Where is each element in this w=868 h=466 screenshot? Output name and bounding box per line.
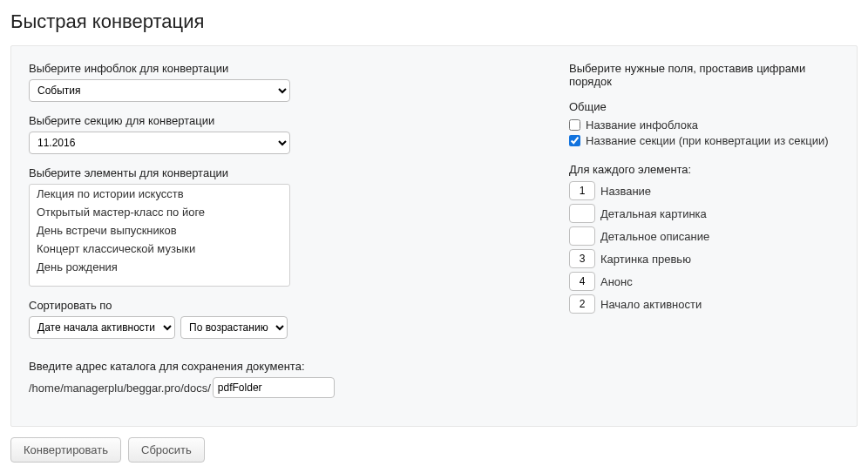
- sort-label: Сортировать по: [29, 299, 360, 312]
- order-input-detail-desc[interactable]: [569, 226, 595, 246]
- path-label: Введите адрес каталога для сохранения до…: [29, 360, 360, 373]
- section-select[interactable]: 11.2016: [29, 132, 290, 154]
- checkbox-label: Название инфоблока: [586, 118, 698, 132]
- field-label: Анонс: [600, 275, 633, 288]
- checkbox-infoblock-name[interactable]: [569, 119, 580, 131]
- order-input-announce[interactable]: [569, 272, 595, 291]
- order-input-preview-image[interactable]: [569, 249, 595, 268]
- path-prefix: /home/managerplu/beggar.pro/docs/: [29, 382, 211, 395]
- per-element-heading: Для каждого элемента:: [569, 163, 839, 176]
- list-item[interactable]: Открытый мастер-класс по йоге: [30, 203, 289, 221]
- convert-button[interactable]: Конвертировать: [10, 437, 121, 463]
- fields-heading: Выберите нужные поля, проставив цифрами …: [569, 62, 839, 88]
- list-item[interactable]: Лекция по истории искусств: [30, 185, 289, 203]
- list-item[interactable]: День рождения: [30, 258, 289, 276]
- elements-label: Выберите элементы для конвертации: [29, 166, 360, 179]
- field-label: Детальная картинка: [600, 207, 707, 220]
- infoblock-label: Выберите инфоблок для конвертации: [29, 62, 360, 75]
- section-label: Выберите секцию для конвертации: [29, 114, 360, 127]
- checkbox-label: Название секции (при конвертации из секц…: [586, 134, 829, 147]
- left-column: Выберите инфоблок для конвертации Событи…: [29, 62, 360, 410]
- elements-list[interactable]: Лекция по истории искусств Открытый маст…: [29, 184, 290, 287]
- reset-button[interactable]: Сбросить: [128, 437, 205, 463]
- order-input-active-from[interactable]: [569, 294, 595, 314]
- page-title: Быстрая конвертация: [10, 10, 858, 33]
- right-column: Выберите нужные поля, проставив цифрами …: [395, 62, 839, 410]
- path-input[interactable]: [213, 377, 335, 398]
- form-panel: Выберите инфоблок для конвертации Событи…: [10, 45, 858, 427]
- field-label: Детальное описание: [600, 230, 709, 243]
- sort-field-select[interactable]: Дате начала активности: [29, 316, 175, 339]
- field-label: Название: [600, 185, 651, 198]
- sort-direction-select[interactable]: По возрастанию: [180, 316, 288, 339]
- checkbox-section-name[interactable]: [569, 135, 580, 146]
- list-item[interactable]: Концерт классической музыки: [30, 240, 289, 258]
- order-input-detail-image[interactable]: [569, 204, 595, 223]
- common-heading: Общие: [569, 100, 839, 113]
- actions-row: Конвертировать Сбросить: [10, 437, 858, 463]
- order-input-name[interactable]: [569, 181, 595, 200]
- list-item[interactable]: День встречи выпускников: [30, 221, 289, 240]
- infoblock-select[interactable]: События: [29, 79, 290, 102]
- field-label: Картинка превью: [600, 253, 691, 266]
- field-label: Начало активности: [600, 298, 702, 311]
